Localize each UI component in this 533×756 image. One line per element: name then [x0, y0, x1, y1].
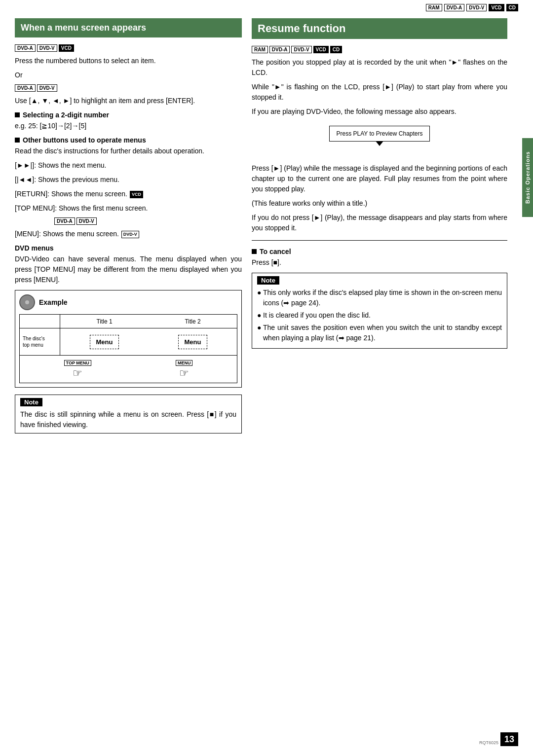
badge-dvdv: DVD-V [466, 4, 487, 11]
bullet-selecting [15, 112, 20, 117]
return-menu: [RETURN]: Shows the menu screen. VCD [15, 189, 242, 199]
top-menu: [TOP MENU]: Shows the first menu screen. [15, 203, 242, 214]
dvd-menus-heading: DVD menus [15, 244, 242, 252]
badge-ram: RAM [426, 4, 442, 11]
badge-vcd: VCD [489, 4, 504, 11]
badge-dvdv2: DVD-V [37, 84, 57, 92]
menu-icon-group: MENU ☞ [176, 360, 193, 380]
preview-msg: Press PLAY to Preview Chapters [329, 126, 430, 142]
right-section-header: Resume function [252, 18, 507, 39]
badge-ram-right: RAM [252, 46, 268, 53]
next-menu: [►►|]: Shows the next menu. [15, 160, 242, 171]
menu-shows: [MENU]: Shows the menu screen. DVD-V [15, 229, 242, 239]
title1-label: Title 1 [96, 318, 112, 325]
to-cancel-heading: To cancel [252, 248, 507, 255]
topmenu-badge-row: DVD-A DVD-V [54, 217, 242, 225]
badge-cd: CD [506, 4, 518, 11]
right-para3: If you are playing DVD-Video, the follow… [252, 107, 507, 117]
rqt-code: RQT6025 [479, 740, 498, 745]
badge-dvdv-left: DVD-V [37, 44, 57, 52]
badge-dvda-right: DVD-A [269, 46, 290, 53]
right-para2: While "►" is flashing on the LCD, press … [252, 82, 507, 103]
badge-cd-right: CD [330, 46, 342, 53]
to-cancel-text: Press [■]. [252, 257, 507, 268]
right-note-item2: It is cleared if you open the disc lid. [257, 310, 502, 321]
title2-label: Title 2 [185, 318, 200, 325]
left-para1: Press the numbered buttons to select an … [15, 56, 242, 66]
left-column: When a menu screen appears DVD-A DVD-V V… [15, 18, 242, 433]
right-note-title: Note [257, 276, 279, 285]
right-para1: The position you stopped play at is reco… [252, 57, 507, 78]
bullet-cancel [252, 249, 257, 254]
right-badge-row: RAM DVD-A DVD-V VCD CD [252, 46, 507, 53]
menu-badge-diagram: MENU [176, 360, 193, 366]
badge-vcd-right: VCD [313, 46, 329, 53]
other-buttons-heading: Other buttons used to operate menus [15, 136, 242, 144]
badge-dvdv3: DVD-V [76, 217, 97, 225]
top-bar: RAM DVD-A DVD-V VCD CD [0, 0, 533, 13]
return-vcd-badge: VCD [130, 191, 143, 198]
menu1-box: Menu [90, 335, 119, 349]
preview-container: Press PLAY to Preview Chapters [252, 122, 507, 145]
left-para2: Use [▲, ▼, ◄, ►] to highlight an item an… [15, 96, 242, 106]
right-note-box: Note This only works if the disc's elaps… [252, 273, 507, 349]
disc-icon [19, 294, 35, 310]
dvd-menus-para: DVD-Video can have several menus. The me… [15, 254, 242, 285]
left-note-box: Note The disc is still spinning while a … [15, 395, 242, 433]
hand-icon-left: ☞ [73, 367, 82, 380]
other-buttons-para: Read the disc's instructions for further… [15, 146, 242, 156]
left-section-header: When a menu screen appears [15, 18, 242, 37]
left-badge-row2: DVD-A DVD-V [15, 84, 242, 92]
menu-dvdv-badge: DVD-V [121, 231, 139, 238]
divider [252, 240, 507, 241]
page-number: 13 [500, 732, 518, 746]
badge-dvda3: DVD-A [54, 217, 75, 225]
main-content: When a menu screen appears DVD-A DVD-V V… [0, 13, 533, 443]
selecting-example: e.g. 25: [≧10]→[2]→[5] [15, 121, 242, 131]
right-note-item1: This only works if the disc's elapsed pl… [257, 288, 502, 308]
menu2-box: Menu [178, 335, 208, 349]
right-column: Resume function RAM DVD-A DVD-V VCD CD T… [252, 18, 518, 433]
badge-dvda-left: DVD-A [15, 44, 36, 52]
prev-menu: [|◄◄]: Shows the previous menu. [15, 175, 242, 185]
sidebar-tab: Basic Operations [522, 138, 533, 217]
disc-top-menu-label: The disc'stop menu [23, 335, 45, 348]
right-note-item3: The unit saves the position even when yo… [257, 323, 502, 343]
hand-icon-right: ☞ [179, 367, 189, 380]
menu-diagram: Title 1 Title 2 The disc'stop menu Menu … [19, 314, 237, 383]
example-label: Example [19, 294, 237, 310]
example-box: Example Title 1 Title 2 The disc'stop me… [15, 290, 242, 388]
badge-vcd-left: VCD [59, 44, 74, 52]
right-para5: (This feature works only within a title.… [252, 198, 507, 209]
topmenu-badge: TOP MENU [64, 360, 91, 366]
top-menu-icon-group: TOP MENU ☞ [64, 360, 91, 380]
left-note-title: Note [20, 398, 42, 406]
right-para6: If you do not press [►] (Play), the mess… [252, 213, 507, 233]
bullet-other [15, 138, 20, 143]
badge-dvda2: DVD-A [15, 84, 36, 92]
or-text: Or [15, 70, 242, 80]
badge-dvdv-right: DVD-V [291, 46, 311, 53]
badge-dvda: DVD-A [444, 4, 465, 11]
selecting-heading: Selecting a 2-digit number [15, 111, 242, 119]
left-note-text: The disc is still spinning while a menu … [20, 409, 236, 430]
right-para4: Press [►] (Play) while the message is di… [252, 163, 507, 194]
left-badge-row1: DVD-A DVD-V VCD [15, 44, 242, 52]
